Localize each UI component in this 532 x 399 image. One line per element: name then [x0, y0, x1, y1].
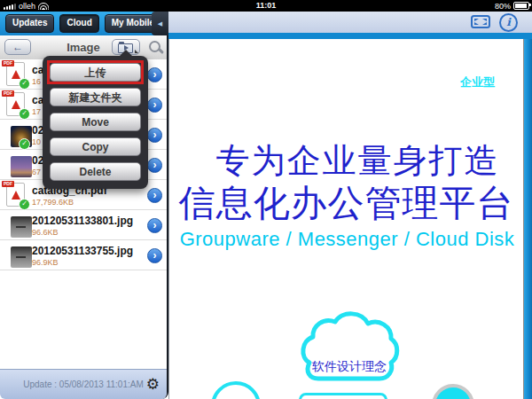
synced-check-icon: ✓ — [19, 78, 30, 90]
decorative-rect-outline — [299, 393, 387, 399]
accent-divider-bar — [168, 33, 532, 39]
tab-cloud[interactable]: Cloud — [59, 14, 98, 33]
file-size: 96.6KB — [32, 228, 144, 237]
cloud-label: 软件设计理念 — [292, 359, 407, 375]
gear-icon[interactable]: ⚙ — [146, 370, 160, 399]
top-toolbar-left: Updates Cloud My Mobile — [0, 12, 168, 35]
ipad-screen: olleh 11:01 80% Updates Cloud My Mobile … — [0, 0, 532, 399]
file-name: 20120531133801.jpg — [32, 213, 144, 227]
cloud-graphic: 软件设计理念 — [292, 306, 407, 386]
pdf-tag: PDF — [2, 181, 14, 187]
jpg-thumbnail — [5, 243, 27, 268]
file-row[interactable]: 20120531133755.jpg 96.9KB › — [0, 240, 167, 270]
clock-label: 11:01 — [0, 0, 532, 12]
decorative-circle-filled — [432, 384, 474, 399]
decorative-circle-outline — [211, 381, 261, 399]
search-icon[interactable] — [148, 40, 164, 56]
detail-disclosure-button[interactable]: › — [147, 158, 162, 173]
menu-item-delete[interactable]: Delete — [50, 162, 141, 181]
file-size: 17,799.6KB — [32, 198, 144, 207]
detail-disclosure-button[interactable]: › — [147, 67, 162, 82]
menu-item-wrap: Move — [47, 110, 144, 134]
pdf-file-icon: PDF✓ — [5, 183, 27, 207]
status-bar: olleh 11:01 80% — [0, 0, 532, 12]
battery-percent-label: 80% — [495, 2, 511, 11]
subtitle: Groupware / Messenger / Cloud Disk — [169, 228, 525, 251]
headline-line2: 信息化办公管理平台 — [169, 179, 523, 228]
detail-disclosure-button[interactable]: › — [147, 128, 162, 143]
battery-icon — [513, 2, 529, 10]
tab-updates[interactable]: Updates — [5, 14, 54, 33]
page-edge-strip — [523, 39, 532, 399]
back-button[interactable]: ← — [4, 39, 31, 55]
menu-item-move[interactable]: Move — [50, 113, 141, 131]
edition-tag: 企业型 — [460, 74, 495, 90]
info-icon[interactable]: i — [499, 13, 518, 32]
file-row[interactable]: 20120531133801.jpg 96.6KB › — [0, 210, 167, 240]
menu-item-upload-highlight: 上传 — [47, 60, 144, 84]
detail-disclosure-button[interactable]: › — [147, 188, 162, 203]
popup-callout-arrow — [120, 50, 132, 56]
menu-item-wrap: Delete — [47, 160, 144, 184]
pdf-file-icon: PDF✓ — [5, 92, 27, 117]
photo-thumbnail: ✓ — [5, 122, 27, 147]
detail-disclosure-button[interactable]: › — [147, 218, 162, 233]
sidebar-collapse-handle[interactable]: ◀ — [152, 12, 168, 35]
menu-item-copy[interactable]: Copy — [50, 137, 141, 156]
collapse-arrow-icon: ◀ — [158, 20, 162, 27]
synced-check-icon: ✓ — [19, 108, 30, 120]
panel-footer: Update : 05/08/2013 11:01:AM ⚙ — [0, 369, 167, 399]
pdf-tag: PDF — [2, 60, 14, 66]
menu-item-new-folder[interactable]: 新建文件夹 — [50, 88, 141, 106]
photo-thumbnail — [5, 153, 27, 177]
headline-line1: 专为企业量身打造 — [196, 138, 520, 184]
file-name: 20120531133755.jpg — [32, 243, 144, 257]
detail-disclosure-button[interactable]: › — [147, 248, 162, 263]
pdf-tag: PDF — [2, 90, 14, 97]
menu-item-upload[interactable]: 上传 — [50, 63, 141, 82]
file-size: 96.9KB — [32, 258, 144, 267]
menu-item-wrap: Copy — [47, 135, 144, 159]
pdf-file-icon: PDF✓ — [5, 62, 27, 87]
fullscreen-icon[interactable] — [470, 14, 491, 29]
top-toolbar-right: i — [168, 12, 532, 33]
last-update-label: Update : 05/08/2013 11:01:AM — [23, 379, 143, 389]
menu-item-wrap: 新建文件夹 — [47, 85, 144, 109]
folder-actions-popup: 上传 新建文件夹 Move Copy Delete — [43, 56, 148, 189]
detail-disclosure-button[interactable]: › — [147, 98, 162, 113]
jpg-thumbnail — [5, 213, 27, 238]
synced-check-icon: ✓ — [19, 138, 30, 150]
synced-check-icon: ✓ — [19, 199, 30, 210]
web-content: 企业型 专为企业量身打造 信息化办公管理平台 Groupware / Messe… — [168, 39, 532, 399]
